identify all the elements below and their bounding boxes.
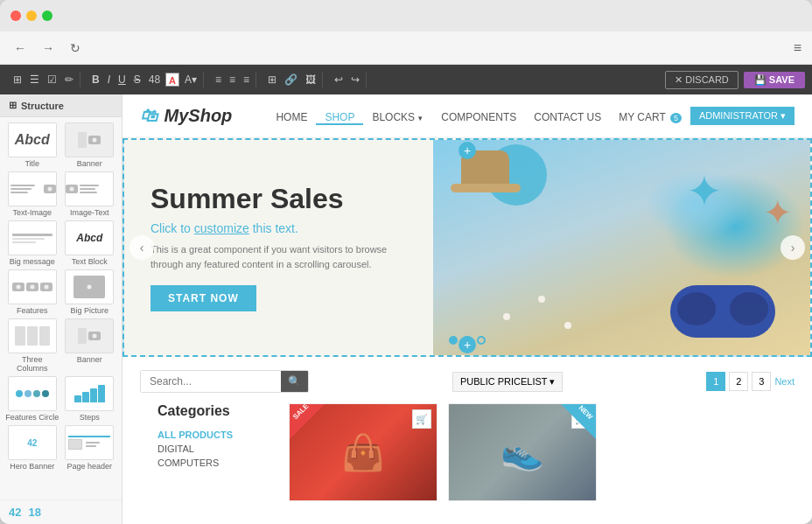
sidebar-item-features-circle[interactable]: Features Circle bbox=[5, 376, 60, 422]
italic-button[interactable]: I bbox=[105, 72, 113, 87]
hero-subtitle: Click to customize this text. bbox=[150, 221, 441, 235]
nav-item-cart[interactable]: MY CART 5 bbox=[610, 111, 690, 123]
page-num-2: 18 bbox=[28, 506, 40, 519]
align-left-button[interactable]: ≡ bbox=[213, 72, 224, 87]
toolbar-group-view: ⊞ ☰ ☑ ✏ bbox=[7, 72, 80, 87]
features-circle-label: Features Circle bbox=[5, 413, 59, 422]
sidebar-item-image-text[interactable]: Image-Text bbox=[63, 171, 117, 217]
nav-item-components[interactable]: COMPONENTS bbox=[432, 111, 525, 123]
slider-next-button[interactable]: › bbox=[780, 235, 805, 260]
banner-label: Banner bbox=[77, 159, 102, 168]
pencil-button[interactable]: ✏ bbox=[62, 72, 76, 87]
structure-icon: ⊞ bbox=[9, 100, 17, 111]
big-picture-label: Big Picture bbox=[70, 306, 108, 315]
sidebar-item-features[interactable]: Features bbox=[5, 269, 60, 315]
add-to-cart-1[interactable]: 🛒 bbox=[412, 409, 431, 429]
shell-3 bbox=[564, 322, 571, 329]
sidebar-item-title[interactable]: Abcd Title bbox=[5, 122, 60, 168]
redo-button[interactable]: ↪ bbox=[348, 72, 362, 87]
bold-button[interactable]: B bbox=[89, 72, 102, 87]
color-picker-button[interactable]: A bbox=[165, 73, 179, 87]
sidebar-item-three-columns[interactable]: Three Columns bbox=[5, 318, 60, 373]
shell-1 bbox=[503, 313, 510, 320]
table-button[interactable]: ⊞ bbox=[265, 72, 279, 87]
slider-dot-1[interactable] bbox=[449, 336, 458, 345]
product-search-row: 🔍 PUBLIC PRICELIST ▾ 1 2 3 Next bbox=[140, 370, 794, 393]
highlight-button[interactable]: A▾ bbox=[182, 72, 200, 87]
edit-handle-top[interactable]: + bbox=[458, 142, 476, 159]
grid-view-button[interactable]: ⊞ bbox=[10, 72, 24, 87]
pricelist-dropdown[interactable]: PUBLIC PRICELIST ▾ bbox=[452, 372, 564, 392]
steps-preview bbox=[65, 376, 114, 411]
sidebar-item-text-image[interactable]: Text-Image bbox=[5, 171, 60, 217]
big-picture-preview bbox=[65, 269, 114, 304]
back-button[interactable]: ← bbox=[10, 39, 30, 57]
page-3-button[interactable]: 3 bbox=[752, 372, 771, 391]
search-box: 🔍 bbox=[140, 370, 309, 393]
search-input[interactable] bbox=[141, 371, 281, 392]
slider-prev-button[interactable]: ‹ bbox=[130, 235, 154, 260]
underline-button[interactable]: U bbox=[116, 72, 129, 87]
list-view-button[interactable]: ☰ bbox=[27, 72, 42, 87]
sidebar-item-big-picture[interactable]: Big Picture bbox=[63, 269, 117, 315]
slider-dot-3[interactable] bbox=[477, 336, 486, 345]
toolbar-group-format: B I U S 48 A A▾ bbox=[86, 72, 204, 87]
search-button[interactable]: 🔍 bbox=[281, 371, 308, 392]
strikethrough-button[interactable]: S bbox=[131, 72, 144, 87]
nav-item-contact[interactable]: CONTACT US bbox=[525, 111, 610, 123]
edit-handle-bottom[interactable]: + bbox=[458, 336, 476, 353]
sidebar-item-banner2[interactable]: Banner bbox=[63, 318, 117, 373]
nav-item-home[interactable]: HOME bbox=[267, 111, 316, 123]
product-img-1: SALE 👜 🛒 bbox=[290, 404, 437, 500]
hero-image: ✦ ✦ bbox=[433, 140, 810, 355]
sidebar-item-big-message[interactable]: Big message bbox=[5, 220, 60, 266]
hero-banner-preview: 42 bbox=[8, 425, 57, 460]
check-button[interactable]: ☑ bbox=[45, 72, 60, 87]
cat-digital[interactable]: DIGITAL bbox=[158, 442, 271, 456]
close-button[interactable] bbox=[10, 10, 21, 21]
hero-customize-link[interactable]: customize bbox=[194, 221, 249, 235]
sidebar-item-page-header[interactable]: Page header bbox=[63, 425, 117, 471]
big-message-label: Big message bbox=[10, 257, 55, 266]
sidebar-title: Structure bbox=[21, 101, 64, 111]
save-button[interactable]: 💾 SAVE bbox=[744, 72, 805, 88]
page-1-button[interactable]: 1 bbox=[706, 372, 725, 391]
toolbar-group-align: ≡ ≡ ≡ bbox=[209, 72, 256, 87]
categories-title: Categories bbox=[158, 403, 271, 419]
main-content: ⊞ Structure Abcd Title bbox=[0, 94, 812, 524]
title-preview: Abcd bbox=[8, 122, 57, 157]
starfish-1: ✦ bbox=[686, 166, 723, 217]
page-header-label: Page header bbox=[66, 462, 112, 471]
sidebar-item-hero-banner[interactable]: 42 Hero Banner bbox=[5, 425, 60, 471]
page-num-1: 42 bbox=[9, 506, 21, 519]
link-button[interactable]: 🔗 bbox=[282, 72, 300, 87]
align-right-button[interactable]: ≡ bbox=[241, 72, 252, 87]
minimize-button[interactable] bbox=[26, 10, 37, 21]
align-center-button[interactable]: ≡ bbox=[227, 72, 238, 87]
hero-cta-button[interactable]: START NOW bbox=[150, 285, 256, 311]
font-size-button[interactable]: 48 bbox=[146, 72, 163, 87]
products-grid: SALE 👜 🛒 NEW bbox=[289, 403, 777, 501]
hero-description: This is a great component if you want vi… bbox=[150, 242, 396, 271]
hero-banner-label: Hero Banner bbox=[10, 462, 54, 471]
admin-button[interactable]: ADMINISTRATOR ▾ bbox=[690, 107, 794, 125]
nav-item-shop[interactable]: SHOP bbox=[316, 111, 363, 125]
image-button[interactable]: 🖼 bbox=[303, 72, 318, 87]
undo-button[interactable]: ↩ bbox=[332, 72, 346, 87]
cat-sidebar: Categories ALL PRODUCTS DIGITAL COMPUTER… bbox=[158, 403, 271, 501]
discard-button[interactable]: ✕ DISCARD bbox=[665, 71, 738, 89]
cat-computers[interactable]: COMPUTERS bbox=[158, 456, 271, 470]
maximize-button[interactable] bbox=[42, 10, 52, 21]
page-next-button[interactable]: Next bbox=[774, 376, 794, 387]
browser-bar: ← → ↻ ≡ bbox=[0, 31, 812, 65]
sidebar-item-text-block[interactable]: Abcd Text Block bbox=[63, 220, 117, 266]
nav-item-blocks[interactable]: BLOCKS bbox=[363, 111, 432, 123]
sidebar-item-steps[interactable]: Steps bbox=[63, 376, 117, 422]
forward-button[interactable]: → bbox=[38, 39, 58, 57]
refresh-button[interactable]: ↻ bbox=[66, 39, 84, 57]
page-2-button[interactable]: 2 bbox=[729, 372, 748, 391]
bag-icon: 👜 bbox=[341, 432, 385, 473]
cat-all-products[interactable]: ALL PRODUCTS bbox=[158, 428, 271, 442]
browser-menu-button[interactable]: ≡ bbox=[794, 40, 802, 56]
sidebar-item-banner[interactable]: Banner bbox=[63, 122, 117, 168]
